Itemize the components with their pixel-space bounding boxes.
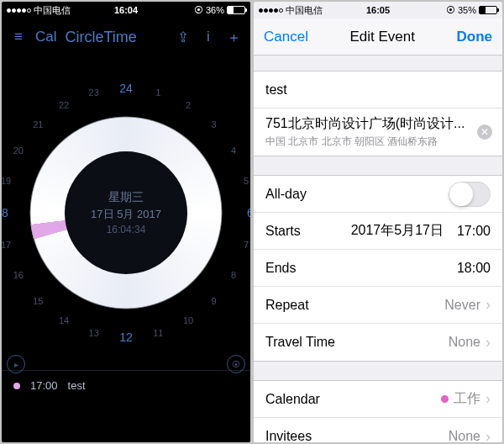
hour-mark: 24 xyxy=(119,82,133,95)
status-bar: 中国电信 16:05 ⦿ 35% xyxy=(254,2,502,18)
chevron-right-icon: › xyxy=(486,390,491,408)
travel-row[interactable]: Travel Time None › xyxy=(254,324,502,361)
share-icon[interactable]: ⇪ xyxy=(175,29,192,46)
starts-row[interactable]: Starts 2017年5月17日 17:00 xyxy=(254,213,502,250)
edit-event-screen: 中国电信 16:05 ⦿ 35% Cancel Edit Event Done … xyxy=(254,2,502,442)
status-time: 16:04 xyxy=(114,5,138,15)
nav-bar: ≡ Cal CircleTime ⇪ i ＋ xyxy=(2,18,250,56)
allday-label: All-day xyxy=(265,187,307,202)
nav-bar: Cancel Edit Event Done xyxy=(254,18,502,56)
event-title[interactable]: test xyxy=(68,379,86,392)
title-row[interactable]: test xyxy=(254,71,502,108)
circletime-app-screen: 中国电信 16:04 ⦿ 36% ≡ Cal CircleTime ⇪ i ＋ … xyxy=(2,2,250,442)
battery-icon xyxy=(227,6,245,14)
next-button[interactable]: ⦿ xyxy=(227,355,245,373)
battery-icon xyxy=(479,6,497,14)
clock-center: 星期三 17日 5月 2017 16:04:34 xyxy=(65,151,187,274)
signal-dots xyxy=(7,8,31,13)
signal-dots xyxy=(259,8,283,13)
chevron-right-icon: › xyxy=(486,334,491,352)
prev-button[interactable]: ▸ xyxy=(7,355,25,373)
status-bar: 中国电信 16:04 ⦿ 36% xyxy=(2,2,250,18)
date-label: 17日 5月 2017 xyxy=(91,207,161,222)
add-icon[interactable]: ＋ xyxy=(225,28,242,47)
hour-mark: 23 xyxy=(89,87,99,98)
app-label[interactable]: Cal xyxy=(35,29,57,45)
allday-row: All-day xyxy=(254,176,502,213)
hour-mark: 14 xyxy=(59,315,69,325)
hour-mark: 15 xyxy=(33,296,43,306)
form-list[interactable]: test 751北京时尚设计广场(时尚设计... 中国 北京市 北京市 朝阳区 … xyxy=(254,56,502,442)
invitees-row[interactable]: Invitees None › xyxy=(254,418,502,442)
menu-icon[interactable]: ≡ xyxy=(10,29,27,45)
hour-mark: 22 xyxy=(59,100,69,110)
ends-time: 18:00 xyxy=(457,261,491,276)
hour-mark: 19 xyxy=(2,176,11,186)
hour-mark: 11 xyxy=(153,328,163,338)
hour-mark: 9 xyxy=(212,296,217,306)
hour-mark: 4 xyxy=(231,145,236,156)
hour-mark: 10 xyxy=(183,315,193,325)
day-of-week: 星期三 xyxy=(108,190,144,205)
clock-dial[interactable]: 241234567891011121314151617181920212223 … xyxy=(2,56,250,370)
repeat-row[interactable]: Repeat Never › xyxy=(254,287,502,324)
status-time: 16:05 xyxy=(366,5,390,15)
event-dot-icon xyxy=(13,383,20,389)
hour-mark: 3 xyxy=(212,119,217,130)
hour-mark: 18 xyxy=(2,206,8,219)
travel-value: None xyxy=(449,335,480,350)
repeat-value: Never xyxy=(444,298,480,313)
calendar-row[interactable]: Calendar 工作 › xyxy=(254,381,502,418)
done-button[interactable]: Done xyxy=(456,29,492,45)
screen-title: Edit Event xyxy=(349,29,415,45)
info-icon[interactable]: i xyxy=(200,29,217,45)
calendar-value: 工作 xyxy=(454,390,480,408)
hour-mark: 13 xyxy=(89,328,99,338)
hour-mark: 17 xyxy=(2,240,11,250)
carrier-label: 中国电信 xyxy=(286,4,323,17)
clear-location-icon[interactable]: ✕ xyxy=(477,124,492,140)
event-time[interactable]: 17:00 xyxy=(30,379,58,392)
calendar-color-dot-icon xyxy=(441,395,449,403)
starts-time: 17:00 xyxy=(457,224,491,239)
ends-row[interactable]: Ends 18:00 xyxy=(254,250,502,287)
chevron-right-icon: › xyxy=(486,428,491,443)
hour-mark: 8 xyxy=(231,270,236,280)
battery-percent: ⦿ 36% xyxy=(194,5,224,15)
hour-mark: 5 xyxy=(244,176,249,186)
allday-switch[interactable] xyxy=(449,182,491,207)
hour-mark: 16 xyxy=(13,270,24,280)
hour-mark: 2 xyxy=(186,100,191,110)
location-sub: 中国 北京市 北京市 朝阳区 酒仙桥东路 xyxy=(265,135,438,149)
hour-mark: 7 xyxy=(244,240,249,250)
hour-mark: 12 xyxy=(119,330,133,344)
carrier-label: 中国电信 xyxy=(34,4,71,17)
location-row[interactable]: 751北京时尚设计广场(时尚设计... 中国 北京市 北京市 朝阳区 酒仙桥东路… xyxy=(254,108,502,156)
invitees-value: None xyxy=(449,429,480,442)
hour-mark: 21 xyxy=(33,119,43,130)
battery-percent: ⦿ 35% xyxy=(446,5,476,15)
screen-title: CircleTime xyxy=(66,29,166,46)
hour-mark: 1 xyxy=(155,87,160,98)
starts-date: 2017年5月17日 xyxy=(351,222,444,240)
location-main: 751北京时尚设计广场(时尚设计... xyxy=(265,115,465,133)
time-label: 16:04:34 xyxy=(107,224,146,235)
chevron-right-icon: › xyxy=(486,296,491,314)
hour-mark: 20 xyxy=(13,145,24,156)
cancel-button[interactable]: Cancel xyxy=(264,29,308,45)
event-title-input[interactable]: test xyxy=(265,82,287,98)
event-list: 17:00 test xyxy=(2,370,250,442)
hour-mark: 6 xyxy=(247,206,250,219)
